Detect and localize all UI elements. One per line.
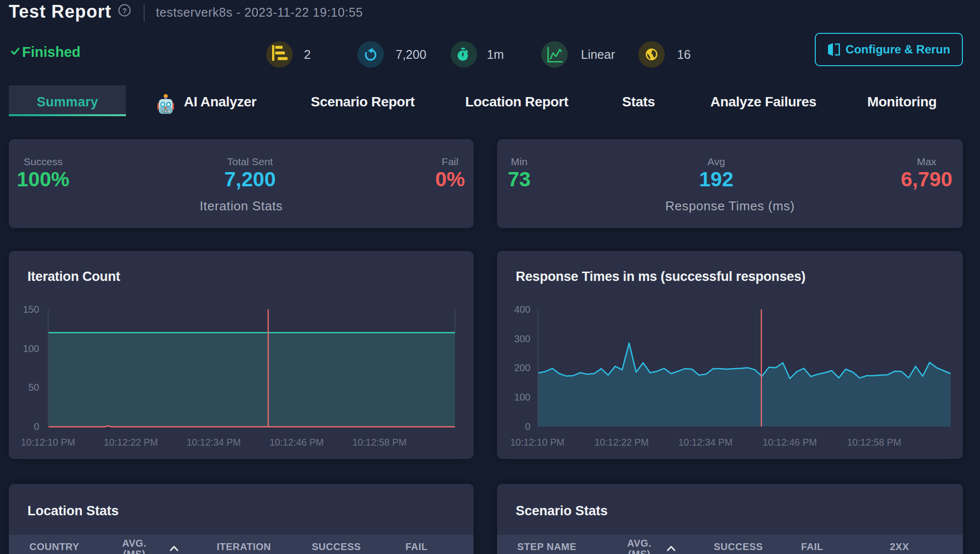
svg-text:100: 100 xyxy=(23,343,39,354)
svg-text:10:12:34 PM: 10:12:34 PM xyxy=(678,437,733,448)
svg-text:10:12:58 PM: 10:12:58 PM xyxy=(352,437,407,448)
svg-text:10:12:22 PM: 10:12:22 PM xyxy=(104,437,158,448)
svg-text:10:12:46 PM: 10:12:46 PM xyxy=(763,437,817,448)
svg-text:400: 400 xyxy=(514,304,530,315)
svg-text:0: 0 xyxy=(525,421,530,432)
svg-text:300: 300 xyxy=(514,333,530,344)
svg-text:200: 200 xyxy=(514,362,530,373)
svg-text:10:12:22 PM: 10:12:22 PM xyxy=(595,437,649,448)
svg-text:10:12:34 PM: 10:12:34 PM xyxy=(187,437,241,448)
svg-text:150: 150 xyxy=(23,304,39,315)
svg-text:10:12:10 PM: 10:12:10 PM xyxy=(21,437,75,448)
svg-text:10:12:58 PM: 10:12:58 PM xyxy=(847,437,902,448)
svg-text:100: 100 xyxy=(514,392,530,403)
svg-text:50: 50 xyxy=(28,382,39,393)
svg-text:0: 0 xyxy=(34,421,39,432)
svg-text:10:12:46 PM: 10:12:46 PM xyxy=(270,437,324,448)
svg-text:10:12:10 PM: 10:12:10 PM xyxy=(510,437,565,448)
svg-text:?: ? xyxy=(122,6,126,15)
